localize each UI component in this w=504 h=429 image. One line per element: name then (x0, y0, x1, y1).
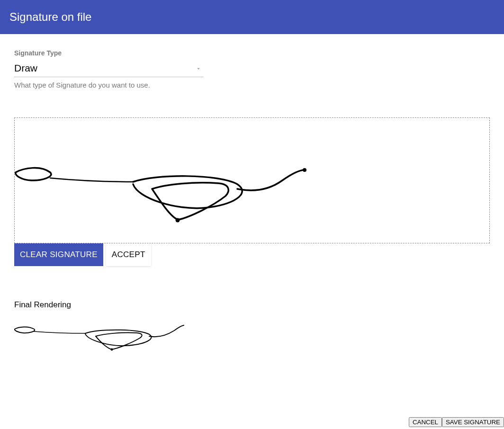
svg-point-2 (111, 349, 113, 351)
dialog-footer: CANCEL SAVE SIGNATURE (409, 417, 504, 427)
signature-type-value: Draw (14, 63, 37, 73)
signature-type-label: Signature Type (14, 49, 490, 57)
save-signature-button[interactable]: SAVE SIGNATURE (442, 417, 504, 427)
canvas-button-row: CLEAR SIGNATURE ACCEPT (14, 243, 490, 266)
clear-signature-button[interactable]: CLEAR SIGNATURE (14, 243, 103, 266)
signature-type-hint: What type of Signature do you want to us… (14, 81, 490, 89)
final-rendering-label: Final Rendering (14, 300, 490, 310)
signature-type-select[interactable]: Draw (14, 63, 204, 77)
svg-point-0 (176, 218, 180, 223)
final-rendering-preview (14, 321, 490, 354)
dialog-content: Signature Type Draw What type of Signatu… (0, 34, 504, 364)
signature-canvas[interactable] (14, 117, 490, 243)
svg-point-1 (303, 168, 306, 172)
dialog-title: Signature on file (9, 10, 91, 23)
cancel-button[interactable]: CANCEL (409, 417, 442, 427)
dialog-header: Signature on file (0, 0, 504, 34)
chevron-down-icon (195, 65, 202, 72)
accept-button[interactable]: ACCEPT (106, 243, 151, 266)
save-button-highlight: SAVE SIGNATURE (442, 417, 504, 427)
